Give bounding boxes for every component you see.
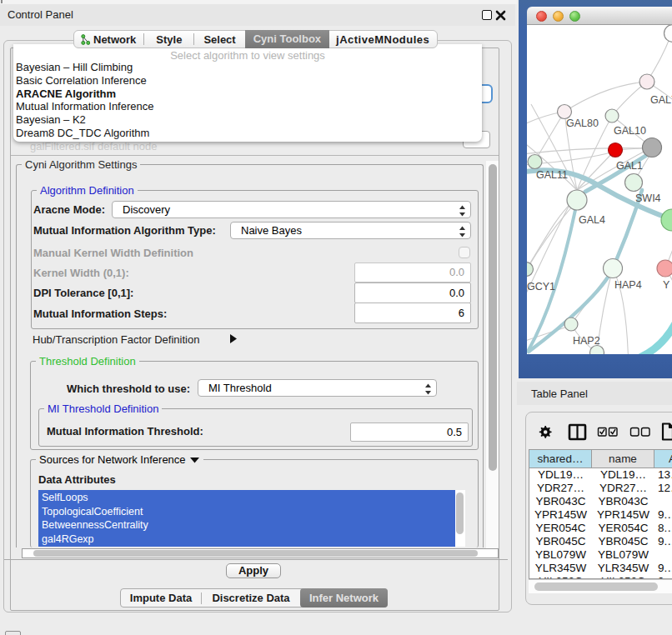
svg-text:GCY1: GCY1 bbox=[527, 281, 555, 292]
svg-text:HAP4: HAP4 bbox=[614, 279, 642, 291]
svg-text:GAL10: GAL10 bbox=[614, 125, 646, 137]
svg-text:GAL11: GAL11 bbox=[536, 169, 568, 181]
svg-text:GAL80: GAL80 bbox=[566, 118, 599, 129]
svg-text:SWI4: SWI4 bbox=[635, 192, 661, 204]
svg-text:GAL4: GAL4 bbox=[579, 214, 605, 226]
svg-text:GAL7: GAL7 bbox=[650, 94, 672, 106]
svg-text:HAP2: HAP2 bbox=[573, 335, 600, 347]
svg-text:Y: Y bbox=[663, 279, 670, 291]
svg-text:GAL1: GAL1 bbox=[616, 160, 643, 172]
